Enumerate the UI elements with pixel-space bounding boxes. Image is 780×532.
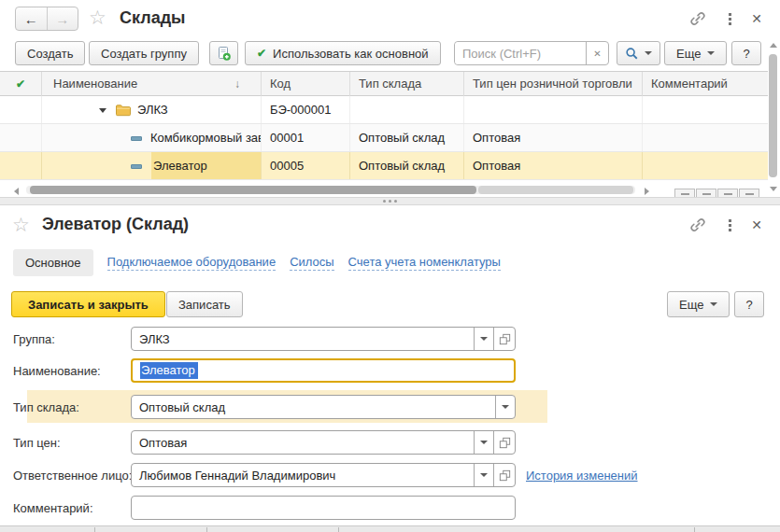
- tab-equipment[interactable]: Подключаемое оборудование: [107, 255, 277, 271]
- horizontal-scrollbar[interactable]: [0, 184, 780, 197]
- column-header-comment-label: Комментарий: [651, 77, 728, 91]
- item-comment: [643, 152, 768, 179]
- form-window-title: Элеватор (Склад): [42, 215, 189, 234]
- chevron-down-icon: [502, 405, 509, 409]
- price-type-open-button[interactable]: [493, 431, 515, 454]
- window-menu-button[interactable]: [719, 8, 740, 29]
- close-form-window-button[interactable]: ✕: [746, 215, 767, 235]
- name-field[interactable]: Элеватор: [131, 358, 516, 383]
- warehouse-type-dropdown-button[interactable]: [495, 396, 515, 418]
- warehouse-type-field-value: Оптовый склад: [132, 396, 495, 418]
- table-row-group[interactable]: ЭЛКЗ БЭ-000001: [0, 96, 768, 124]
- search-settings-button[interactable]: [617, 41, 660, 65]
- copy-link-button[interactable]: [688, 215, 708, 235]
- comment-field[interactable]: [131, 496, 516, 520]
- tab-silos[interactable]: Силосы: [290, 255, 333, 271]
- tab-accounts[interactable]: Счета учета номенклатуры: [348, 255, 501, 271]
- warehouse-type-field[interactable]: Оптовый склад: [131, 395, 516, 419]
- folder-icon: [115, 104, 132, 117]
- tree-expander-icon[interactable]: [99, 108, 106, 113]
- history-nav-group: ← →: [15, 7, 78, 31]
- responsible-dropdown-button[interactable]: [474, 464, 493, 486]
- go-up-button[interactable]: [696, 189, 716, 197]
- favorite-star-icon[interactable]: ☆: [89, 7, 106, 27]
- chevron-down-icon: [480, 337, 488, 341]
- history-link[interactable]: История изменений: [526, 469, 638, 483]
- copy-link-button[interactable]: [688, 8, 708, 29]
- group-open-button[interactable]: [493, 328, 515, 350]
- clear-search-button[interactable]: ✕: [586, 42, 608, 64]
- group-dropdown-button[interactable]: [474, 328, 493, 350]
- list-window-title: Склады: [120, 8, 185, 28]
- list-help-button[interactable]: ?: [731, 41, 761, 65]
- responsible-field[interactable]: Любимов Геннадий Владимирович: [131, 463, 516, 487]
- item-name: Элеватор: [153, 152, 207, 179]
- comment-field-label: Комментарий:: [13, 501, 93, 515]
- list-more-button[interactable]: Еще: [664, 41, 727, 65]
- forward-icon: →: [55, 11, 69, 27]
- form-tabs: Основное Подключаемое оборудование Силос…: [13, 248, 501, 276]
- save-button[interactable]: Записать: [166, 291, 243, 317]
- go-to-bottom-button[interactable]: [739, 189, 759, 197]
- back-icon: ←: [24, 11, 38, 27]
- group-field[interactable]: ЭЛКЗ: [131, 327, 516, 351]
- go-down-button[interactable]: [717, 189, 738, 197]
- scroll-up-icon[interactable]: [770, 43, 777, 48]
- column-header-retail-price-type[interactable]: Тип цен розничной торговли: [464, 72, 643, 96]
- form-help-button[interactable]: ?: [734, 291, 764, 317]
- window-menu-button[interactable]: [719, 215, 740, 235]
- copy-item-button[interactable]: [209, 41, 238, 65]
- create-group-button-label: Создать группу: [101, 47, 187, 61]
- price-type-field-label: Тип цен:: [13, 436, 61, 450]
- form-more-button[interactable]: Еще: [667, 291, 730, 317]
- scroll-right-icon[interactable]: [645, 188, 649, 195]
- column-header-comment[interactable]: Комментарий: [643, 72, 768, 96]
- go-to-top-button[interactable]: [674, 189, 695, 197]
- forward-button[interactable]: →: [48, 7, 78, 30]
- item-warehouse-type: Оптовый склад: [350, 152, 464, 179]
- group-field-value: ЭЛКЗ: [132, 328, 474, 350]
- column-header-retail-price-type-label: Тип цен розничной торговли: [473, 77, 632, 91]
- favorite-star-icon[interactable]: ☆: [12, 215, 30, 234]
- tab-main[interactable]: Основное: [13, 249, 93, 276]
- column-header-name[interactable]: Наименование ↓: [42, 72, 262, 96]
- close-list-window-button[interactable]: ✕: [746, 8, 767, 29]
- group-retail-price-type: [464, 96, 643, 123]
- horizontal-scrollbar-thumb[interactable]: [30, 186, 476, 194]
- open-form-icon: [499, 469, 511, 482]
- kebab-menu-icon: [729, 13, 731, 25]
- window-splitter[interactable]: [0, 197, 780, 205]
- use-as-main-button[interactable]: ✔ Использовать как основной: [245, 41, 441, 65]
- search-input[interactable]: [455, 42, 586, 64]
- responsible-open-button[interactable]: [493, 464, 515, 486]
- application: ← → ☆ Склады ✕ Создать Создать группу: [0, 0, 780, 532]
- search-box: ✕: [454, 41, 609, 65]
- table-row-item-selected[interactable]: Элеватор 00005 Оптовый склад Оптовая: [0, 152, 768, 180]
- kebab-menu-icon: [729, 219, 731, 231]
- price-type-field[interactable]: Оптовая: [131, 430, 516, 455]
- column-header-code[interactable]: Код: [262, 72, 350, 96]
- horizontal-scrollbar-thumb-secondary[interactable]: [478, 186, 633, 194]
- selection-column-header[interactable]: ✔: [0, 72, 42, 96]
- search-icon: [625, 47, 639, 61]
- column-header-warehouse-type[interactable]: Тип склада: [350, 72, 464, 96]
- bottom-panel-edge: [0, 525, 780, 532]
- chevron-down-icon: [710, 302, 717, 306]
- table-row-item[interactable]: Комбикормовый завод 00001 Оптовый склад …: [0, 124, 768, 152]
- column-header-warehouse-type-label: Тип склада: [359, 77, 421, 91]
- copy-document-icon: [216, 46, 232, 62]
- name-field-label: Наименование:: [13, 364, 101, 378]
- name-field-selected-text: Элеватор: [140, 362, 198, 379]
- price-type-field-value: Оптовая: [132, 431, 474, 454]
- create-button[interactable]: Создать: [15, 41, 85, 65]
- chevron-down-icon: [480, 441, 488, 444]
- vertical-scrollbar-thumb[interactable]: [769, 54, 777, 177]
- create-group-button[interactable]: Создать группу: [89, 41, 199, 65]
- back-button[interactable]: ←: [16, 7, 48, 30]
- group-code: БЭ-000001: [262, 96, 350, 123]
- scroll-left-icon[interactable]: [14, 188, 19, 195]
- price-type-dropdown-button[interactable]: [474, 431, 493, 454]
- save-and-close-button[interactable]: Записать и закрыть: [11, 291, 165, 317]
- sort-desc-icon: ↓: [234, 72, 240, 96]
- catalog-item-icon: [131, 136, 142, 141]
